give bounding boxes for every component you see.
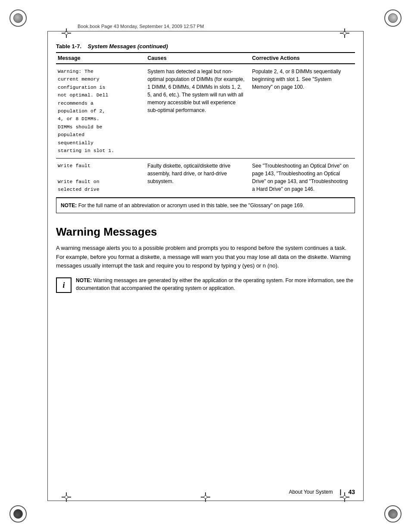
corner-decoration-br [384,505,402,523]
header-text: Book.book Page 43 Monday, September 14, … [78,24,204,29]
section-body-text: A warning message alerts you to a possib… [56,244,355,271]
section-title: Warning Messages [56,225,355,239]
table-note-label: NOTE: [61,202,77,208]
border-left [47,31,48,501]
section-note-box: i NOTE: Warning messages are generated b… [56,277,355,293]
section-note-label: NOTE: [76,277,92,283]
crosshair-tl [62,28,71,40]
table-header-row: Message Causes Corrective Actions [56,53,355,64]
footer-section-title: About Your System [289,489,333,495]
table-caption: Table 1-7. System Messages (continued) [56,43,355,50]
corner-decoration-tr [384,9,402,27]
page: Book.book Page 43 Monday, September 14, … [0,0,411,532]
row2-message: Write faultWrite fault onselected drive [56,159,146,198]
table-number: Table 1-7. [56,43,81,50]
corner-decoration-tl [9,9,27,27]
footer-page-number: 43 [348,488,355,495]
row2-actions: See "Troubleshooting an Optical Drive" o… [250,159,355,198]
table-note-text: For the full name of an abbreviation or … [77,202,304,208]
col-header-message: Message [56,53,146,64]
section-note-text: NOTE: Warning messages are generated by … [76,277,355,292]
table-row: Write faultWrite fault onselected drive … [56,159,355,198]
corner-decoration-bl [9,505,27,523]
system-messages-table: Message Causes Corrective Actions Warnin… [56,52,355,198]
row2-causes: Faulty diskette, optical/diskette drive … [146,159,250,198]
col-header-causes: Causes [146,53,250,64]
row1-causes: System has detected a legal but non-opti… [146,64,250,159]
footer-separator: | [340,488,342,495]
border-top [47,31,364,31]
table-note-box: NOTE: For the full name of an abbreviati… [56,198,355,213]
crosshair-tr [340,28,349,40]
row1-actions: Populate 2, 4, or 8 DIMMs sequentially b… [250,64,355,159]
col-header-actions: Corrective Actions [250,53,355,64]
footer: About Your System | 43 [56,488,355,495]
table-title: System Messages (continued) [87,43,168,50]
border-right [363,31,364,501]
table-row: Warning: Thecurrent memoryconfiguration … [56,64,355,159]
main-content: Table 1-7. System Messages (continued) M… [56,43,355,489]
section-note-body: Warning messages are generated by either… [76,277,353,291]
note-icon: i [56,277,72,293]
row1-message: Warning: Thecurrent memoryconfiguration … [56,64,146,159]
